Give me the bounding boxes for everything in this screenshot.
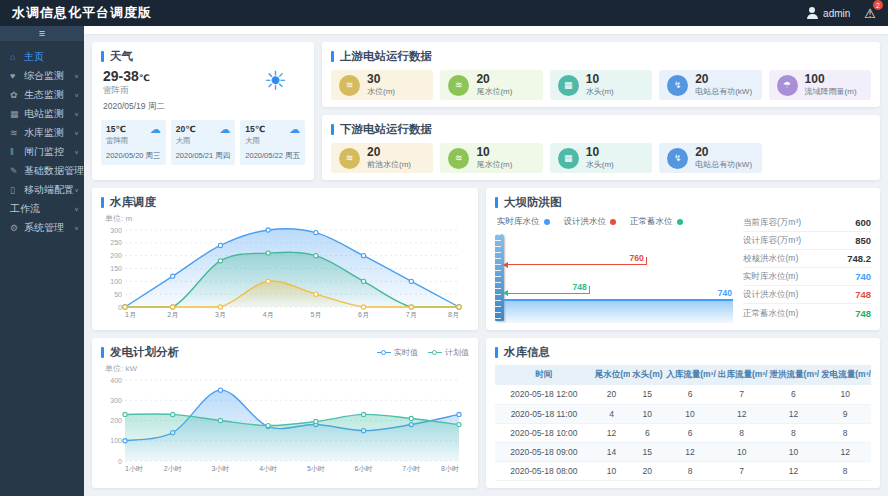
svg-text:8月: 8月 (448, 311, 459, 319)
svg-text:6月: 6月 (358, 311, 369, 319)
water-icon: ≋ (10, 128, 24, 138)
dam-stat-row: 实时库水位(m)740 (743, 268, 871, 286)
app-header: 水调信息化平台调度版 admin ⚠ 2 (0, 0, 888, 26)
stat-water-head: ▦ 10水头(m) (550, 70, 652, 100)
svg-text:7月: 7月 (406, 311, 417, 319)
generation-legend: 实时值 计划值 (377, 347, 469, 358)
table-row[interactable]: 2020-05-18 09:001415 121010 12 (495, 442, 871, 461)
sidebar-item-comprehensive-monitor[interactable]: ♥ 综合监测 ∨ (0, 66, 84, 85)
generation-plan-card: 发电计划分析 实时值 计划值 单位: kW (92, 338, 478, 488)
table-row[interactable]: 2020-05-18 12:002015 676 10 (495, 385, 871, 404)
dam-stats-list: 当前库容(万m³)600 设计库容(万m³)850 校核洪水位(m)748.2 … (743, 214, 871, 323)
reservoir-dispatch-title: 水库调度 (101, 195, 469, 210)
sidebar-item-mobile-config[interactable]: ▯ 移动端配置 ∨ (0, 180, 84, 199)
svg-text:4小时: 4小时 (259, 465, 277, 472)
cloud-rain-icon: ☁ (150, 124, 161, 135)
legend-plan-value[interactable]: 计划值 (428, 347, 469, 358)
dam-flood-title: 大坝防洪图 (495, 195, 871, 210)
green-dot-icon (677, 219, 683, 225)
chevron-down-icon: ∨ (74, 91, 79, 97)
table-row[interactable]: 2020-05-18 11:00410 101212 9 (495, 404, 871, 423)
table-header-row: 时间尾水位(m)水头(m) 入库流量(m³/s)出库流量(m³/s)泄洪流量(m… (495, 365, 871, 385)
svg-text:3小时: 3小时 (211, 465, 229, 472)
unit-label: 单位: kW (105, 363, 469, 374)
svg-text:300: 300 (110, 227, 122, 234)
legend-design-flood-level[interactable]: 设计洪水位 (564, 216, 617, 228)
svg-text:100: 100 (110, 278, 122, 285)
legend-realtime-level[interactable]: 实时库水位 (497, 216, 550, 228)
svg-text:100: 100 (110, 437, 122, 444)
sidebar-menu: ⌂ 主页 ♥ 综合监测 ∨ ✿ 生态监测 ∨ ▦ 电站监测 ∨ ≋ 水库监测 ∨ (0, 41, 84, 237)
legend-normal-level[interactable]: 正常蓄水位 (630, 216, 683, 228)
chevron-down-icon: ∨ (74, 167, 79, 173)
user-menu[interactable]: admin (806, 7, 850, 19)
sidebar-item-ecology-monitor[interactable]: ✿ 生态监测 ∨ (0, 85, 84, 104)
table-row[interactable]: 2020-05-18 10:00126 688 8 (495, 423, 871, 442)
sidebar: ≡ ⌂ 主页 ♥ 综合监测 ∨ ✿ 生态监测 ∨ ▦ 电站监测 ∨ (0, 26, 84, 496)
stat-active-power: ↯ 20电站总有功(kW) (659, 143, 761, 173)
dam-stat-row: 设计库容(万m³)850 (743, 232, 871, 250)
svg-text:3月: 3月 (215, 311, 226, 319)
pencil-icon: ✎ (10, 166, 24, 176)
sidebar-item-reservoir-monitor[interactable]: ≋ 水库监测 ∨ (0, 123, 84, 142)
chevron-down-icon: ∨ (74, 129, 79, 135)
gear-icon: ⚙ (10, 223, 24, 233)
sidebar-item-system-manage[interactable]: ⚙ 系统管理 ∨ (0, 218, 84, 237)
svg-text:2月: 2月 (167, 311, 178, 319)
dam-stat-row: 当前库容(万m³)600 (743, 214, 871, 232)
generation-plan-chart: 01002003004001小时2小时3小时4小时5小时6小时7小时8小时 (101, 374, 467, 474)
building-icon: ▦ (10, 109, 24, 119)
svg-text:200: 200 (110, 417, 122, 424)
chevron-down-icon: ∨ (74, 110, 79, 116)
weather-title: 天气 (101, 49, 305, 64)
alarm-button[interactable]: ⚠ 2 (864, 4, 876, 22)
chevron-down-icon: ∨ (74, 224, 79, 230)
dashboard-content: 天气 29-38℃ 雷阵雨 2020/05/19 周二 ☀ (84, 34, 888, 496)
gauge-icon: ≋ (448, 148, 469, 169)
svg-text:300: 300 (110, 397, 122, 404)
stat-water-head: ▦ 10水头(m) (550, 143, 652, 173)
hamburger-icon: ≡ (39, 28, 45, 39)
sidebar-item-basic-data[interactable]: ✎ 基础数据管理 ∨ (0, 161, 84, 180)
gauge-icon: ≋ (339, 148, 360, 169)
chevron-down-icon: ∨ (74, 148, 79, 154)
upstream-station-card: 上游电站运行数据 ≋ 30水位(m) ≋ 20尾水位(m) ▦ (322, 42, 880, 107)
weather-temp: 29-38℃ (103, 68, 165, 84)
dam-stat-row: 正常蓄水位(m)748 (743, 304, 871, 322)
reservoir-dispatch-card: 水库调度 单位: m 0501001502002503001月2月3月4月5月6… (92, 188, 478, 330)
svg-text:0: 0 (118, 458, 122, 465)
chevron-down-icon: ∨ (74, 186, 79, 192)
sun-icon: ☀ (264, 68, 287, 94)
generation-plan-title: 发电计划分析 (101, 345, 179, 360)
svg-text:150: 150 (110, 265, 122, 272)
weather-desc: 雷阵雨 (103, 85, 165, 97)
gauge-icon: ≋ (339, 75, 360, 96)
legend-realtime-value[interactable]: 实时值 (377, 347, 418, 358)
dam-icon: ▦ (558, 148, 579, 169)
home-icon: ⌂ (10, 52, 24, 62)
reservoir-info-table: 时间尾水位(m)水头(m) 入库流量(m³/s)出库流量(m³/s)泄洪流量(m… (495, 365, 871, 481)
table-row[interactable]: 2020-05-18 08:001020 8712 8 (495, 461, 871, 480)
user-name: admin (823, 8, 850, 19)
dam-diagram: 760 748 740 (495, 234, 733, 323)
svg-text:1小时: 1小时 (125, 465, 143, 472)
normal-level-line: 748 (504, 293, 590, 294)
svg-text:400: 400 (110, 377, 122, 384)
topbar (84, 26, 888, 34)
cloud-rain-icon: ☁ (289, 124, 300, 135)
arrow-left-icon (503, 262, 508, 268)
svg-text:200: 200 (110, 252, 122, 259)
sidebar-item-gate-monitor[interactable]: ‖ 闸门监控 ∨ (0, 142, 84, 161)
svg-text:0: 0 (118, 304, 122, 311)
dam-legend: 实时库水位 设计洪水位 正常蓄水位 (495, 214, 733, 232)
sidebar-item-workflow[interactable]: 工作流 ∨ (0, 199, 84, 218)
sidebar-item-home[interactable]: ⌂ 主页 (0, 47, 84, 66)
upstream-title: 上游电站运行数据 (331, 49, 871, 64)
svg-text:8小时: 8小时 (441, 465, 459, 472)
reservoir-info-title: 水库信息 (495, 345, 871, 360)
alarm-badge: 2 (873, 0, 883, 10)
svg-text:1月: 1月 (125, 311, 136, 319)
svg-text:5小时: 5小时 (307, 465, 325, 472)
sidebar-item-station-monitor[interactable]: ▦ 电站监测 ∨ (0, 104, 84, 123)
sidebar-collapse-button[interactable]: ≡ (0, 26, 84, 41)
